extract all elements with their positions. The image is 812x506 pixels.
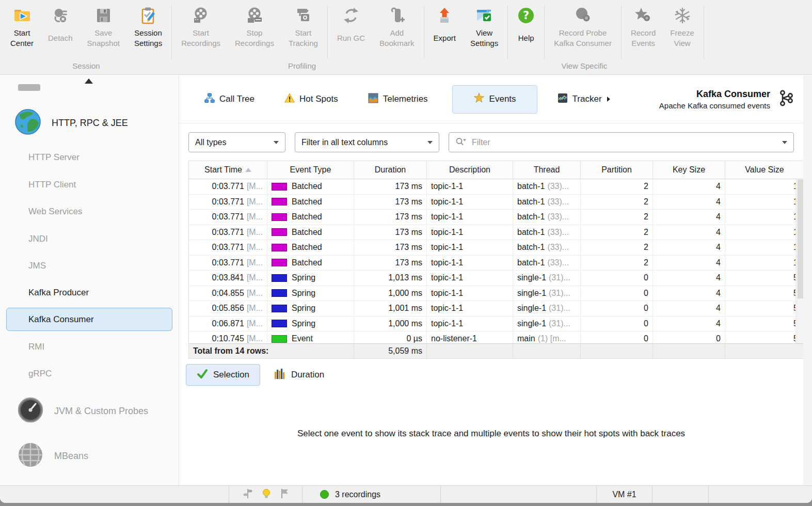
table-row[interactable]: 0:05.856[M... Spring 1,001 ms topic-1-1 … xyxy=(189,301,804,317)
filter-input[interactable] xyxy=(471,137,778,148)
column-header-duration[interactable]: Duration xyxy=(354,161,427,179)
right-gutter xyxy=(803,75,812,485)
table-vertical-scrollbar[interactable] xyxy=(797,179,804,343)
signpost-icon[interactable] xyxy=(242,488,253,501)
cell-description: topic-1-1 xyxy=(427,179,513,194)
sidebar-section-jvm-custom-probes[interactable]: JVM & Custom Probes xyxy=(17,397,148,425)
table-row[interactable]: 0:04.855[M... Spring 1,000 ms topic-1-1 … xyxy=(189,286,804,302)
tab-call-tree[interactable]: Call Tree xyxy=(199,86,260,113)
column-header-description[interactable]: Description xyxy=(427,161,513,179)
record-events-button[interactable]: Record Events xyxy=(624,3,663,51)
cell-thread: main(1) [m... xyxy=(513,331,581,343)
empty-selection-message: Select one event to show its stack trace… xyxy=(179,429,803,439)
event-type-swatch xyxy=(272,274,287,282)
vm-selector[interactable]: VM #1 xyxy=(596,486,652,503)
tab-tracker[interactable]: Tracker xyxy=(552,86,616,113)
chevron-down-icon[interactable] xyxy=(782,141,787,144)
export-label: Export xyxy=(434,27,456,49)
sidebar-item-jms[interactable]: JMS xyxy=(28,261,46,271)
save-snapshot-label: Save Snapshot xyxy=(87,27,120,49)
session-settings-button[interactable]: Session Settings xyxy=(127,3,169,51)
table-row[interactable]: 0:03.771[M... Batched 173 ms topic-1-1 b… xyxy=(189,195,804,210)
table-row[interactable]: 0:06.871[M... Spring 1,000 ms topic-1-1 … xyxy=(189,317,804,332)
sidebar-item-rmi[interactable]: RMI xyxy=(28,342,44,352)
table-row[interactable]: 0:03.771[M... Batched 173 ms topic-1-1 b… xyxy=(189,225,804,241)
help-icon: ? xyxy=(517,5,535,26)
tab-telemetries[interactable]: Telemetries xyxy=(362,86,434,113)
sidebar-item-http-client[interactable]: HTTP Client xyxy=(28,180,76,190)
stop-recordings-label: Stop Recordings xyxy=(235,27,274,49)
record-events-icon xyxy=(634,5,652,26)
tab-hot-spots[interactable]: Hot Spots xyxy=(279,86,344,113)
sidebar-item-http-server[interactable]: HTTP Server xyxy=(28,152,79,163)
status-cell-blank xyxy=(0,486,229,503)
type-filter-dropdown[interactable]: All types xyxy=(188,132,285,152)
recordings-status[interactable]: 3 recordings xyxy=(302,486,440,503)
kafka-logo-icon xyxy=(777,89,795,109)
sidebar-item-grpc[interactable]: gRPC xyxy=(28,369,52,379)
status-icons-cell xyxy=(229,486,302,503)
cell-start-time: 0:03.771[M... xyxy=(189,210,267,225)
tab-events[interactable]: Events xyxy=(452,85,537,114)
help-button[interactable]: ? Help xyxy=(510,3,542,51)
table-row[interactable]: 0:03.771[M... Batched 173 ms topic-1-1 b… xyxy=(189,179,804,195)
column-header-value-size[interactable]: Value Size xyxy=(725,161,804,179)
cell-thread: single-1(31)... xyxy=(513,286,581,301)
column-filter-dropdown[interactable]: Filter in all text columns xyxy=(295,132,439,152)
cell-value-size: 1 xyxy=(725,210,796,225)
selection-toggle-button[interactable]: Selection xyxy=(186,364,260,386)
column-header-thread[interactable]: Thread xyxy=(513,161,581,179)
sidebar-item-kafka-producer[interactable]: Kafka Producer xyxy=(28,288,89,298)
view-settings-button[interactable]: View Settings xyxy=(463,3,505,51)
column-header-partition[interactable]: Partition xyxy=(581,161,653,179)
save-snapshot-button[interactable]: Save Snapshot xyxy=(80,3,127,51)
sidebar-scrollbar-thumb[interactable] xyxy=(18,84,40,91)
flag-icon[interactable] xyxy=(279,488,290,501)
cell-thread: batch-1(33)... xyxy=(513,256,581,271)
toolbar-group-session: Session xyxy=(45,61,128,70)
cell-value-size: 5 xyxy=(725,271,796,286)
sidebar-item-kafka-consumer[interactable]: Kafka Consumer xyxy=(6,308,172,331)
event-type-swatch xyxy=(272,259,287,266)
cell-partition: 2 xyxy=(581,256,653,271)
export-button[interactable]: Export xyxy=(426,3,463,51)
table-row[interactable]: 0:03.771[M... Batched 173 ms topic-1-1 b… xyxy=(189,210,804,225)
start-center-button[interactable]: Start Center xyxy=(3,3,41,51)
sidebar-item-jndi[interactable]: JNDI xyxy=(28,234,48,244)
start-center-icon xyxy=(13,5,31,26)
filter-search-box[interactable] xyxy=(449,132,794,152)
sphere-grid-icon xyxy=(17,441,44,470)
column-header-start-time[interactable]: Start Time xyxy=(189,161,267,179)
sidebar-item-web-services[interactable]: Web Services xyxy=(28,207,83,217)
cell-value-size: 1 xyxy=(725,179,796,194)
start-recordings-button[interactable]: Start Recordings xyxy=(174,3,228,51)
freeze-view-button[interactable]: Freeze View xyxy=(663,3,702,51)
collapse-up-icon[interactable] xyxy=(85,78,93,84)
record-probe-button[interactable]: Record Probe Kafka Consumer xyxy=(547,3,619,51)
start-tracking-button[interactable]: Start Tracking xyxy=(281,3,325,51)
stop-recordings-button[interactable]: Stop Recordings xyxy=(228,3,281,51)
sidebar-section-mbeans[interactable]: MBeans xyxy=(17,441,88,470)
lightbulb-icon[interactable] xyxy=(261,488,272,501)
cell-description: topic-1-1 xyxy=(427,195,513,210)
tab-label: Events xyxy=(489,94,516,104)
filter-row: All types Filter in all text columns xyxy=(188,132,794,152)
table-row[interactable]: 0:10.745[M... Event 0 µs no-listener-1 m… xyxy=(189,331,804,343)
detach-button[interactable]: Detach xyxy=(41,3,80,51)
cell-event-type: Batched xyxy=(267,210,354,225)
duration-toggle-button[interactable]: Duration xyxy=(274,368,324,383)
run-gc-button[interactable]: Run GC xyxy=(330,3,372,51)
help-label: Help xyxy=(518,27,534,49)
cell-key-size: 4 xyxy=(653,195,725,210)
view-settings-icon xyxy=(475,5,493,26)
add-bookmark-button[interactable]: Add Bookmark xyxy=(372,3,422,51)
sidebar-section-http-rpc-jee[interactable]: HTTP, RPC & JEE xyxy=(14,108,128,137)
table-row[interactable]: 0:03.771[M... Batched 173 ms topic-1-1 b… xyxy=(189,256,804,271)
column-header-key-size[interactable]: Key Size xyxy=(653,161,725,179)
cell-key-size: 4 xyxy=(653,286,725,301)
selection-label: Selection xyxy=(213,370,249,380)
column-header-event-type[interactable]: Event Type xyxy=(267,161,354,179)
table-row[interactable]: 0:03.841[M... Spring 1,013 ms topic-1-1 … xyxy=(189,271,804,286)
cell-thread: batch-1(33)... xyxy=(513,195,581,210)
table-row[interactable]: 0:03.771[M... Batched 173 ms topic-1-1 b… xyxy=(189,240,804,256)
